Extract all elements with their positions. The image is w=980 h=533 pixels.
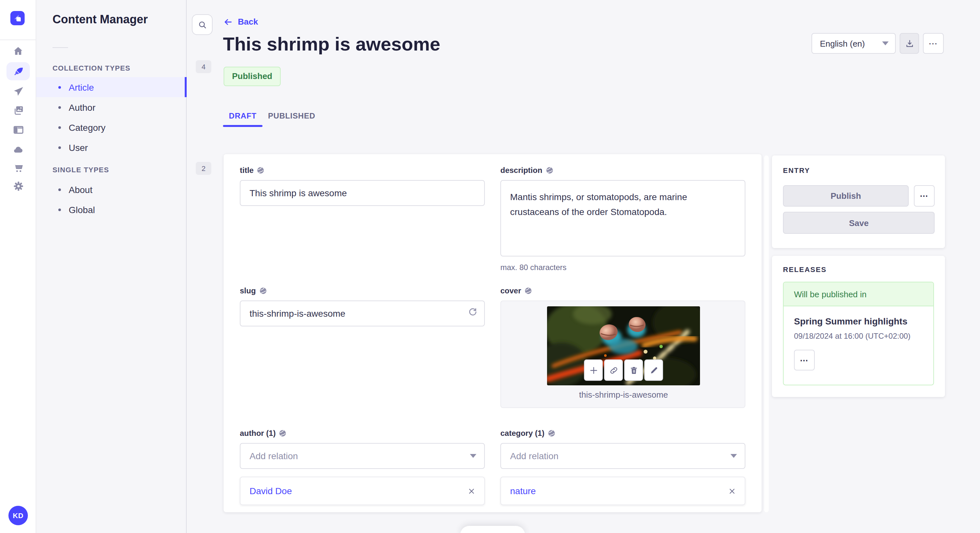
content-manager-feather-icon[interactable]: [6, 62, 30, 80]
entry-form-card: title description Mantis shrimps, or sto…: [224, 154, 762, 512]
cloud-icon[interactable]: [6, 141, 30, 159]
bottom-toolbar-pill[interactable]: [460, 526, 525, 533]
field-label-text: cover: [500, 286, 521, 295]
close-icon[interactable]: [729, 487, 736, 495]
scrollbar[interactable]: [764, 155, 769, 512]
header-more-button[interactable]: ⋯: [923, 33, 944, 54]
slug-field-wrap: [240, 300, 485, 327]
sidebar-item-author[interactable]: Author: [36, 97, 187, 117]
releases-panel-heading: RELEASES: [783, 265, 827, 273]
chevron-down-icon: [730, 454, 737, 458]
field-label-text: category (1): [500, 429, 544, 438]
save-button[interactable]: Save: [783, 212, 935, 234]
content-type-builder-icon[interactable]: [6, 121, 30, 139]
globe-icon: [548, 429, 555, 437]
avatar[interactable]: KD: [8, 506, 28, 525]
slug-input[interactable]: [240, 300, 485, 327]
bullet-icon: [58, 208, 61, 211]
status-badge: Published: [224, 67, 281, 86]
add-relation-placeholder: Add relation: [250, 451, 470, 461]
subnav-divider: [52, 47, 68, 48]
cover-field-label: cover: [500, 286, 532, 295]
bullet-icon: [58, 106, 61, 108]
settings-gear-icon[interactable]: [6, 177, 30, 195]
cover-caption: this-shrimp-is-awesome: [501, 390, 746, 400]
author-field-label: author (1): [240, 429, 287, 438]
category-field-label: category (1): [500, 429, 555, 438]
bullet-icon: [58, 188, 61, 191]
locale-value: English (en): [820, 38, 882, 48]
search-button[interactable]: [192, 14, 213, 35]
entry-more-button[interactable]: ⋯: [914, 185, 935, 206]
description-textarea[interactable]: Mantis shrimps, or stomatopods, are mari…: [500, 180, 745, 257]
relation-link[interactable]: nature: [510, 486, 729, 496]
publish-button[interactable]: Publish: [783, 185, 909, 206]
entry-panel-heading: ENTRY: [783, 167, 810, 174]
add-asset-button[interactable]: [584, 359, 603, 381]
delete-asset-button[interactable]: [624, 359, 643, 381]
author-relation-item: David Doe: [240, 477, 485, 505]
bullet-icon: [58, 146, 61, 149]
globe-icon: [279, 429, 287, 437]
sidebar-item-category[interactable]: Category: [36, 117, 187, 137]
tab-draft[interactable]: DRAFT: [223, 106, 262, 125]
globe-icon: [524, 287, 532, 295]
title-input[interactable]: [240, 180, 485, 206]
title-field-label: title: [240, 166, 265, 175]
locale-select[interactable]: English (en): [811, 33, 896, 54]
home-icon[interactable]: [6, 42, 30, 60]
relation-link[interactable]: David Doe: [250, 486, 468, 496]
cover-toolbar: [584, 359, 663, 381]
globe-icon: [259, 287, 267, 295]
icon-rail: KD: [0, 0, 36, 533]
export-button[interactable]: [900, 33, 919, 54]
marketplace-cart-icon[interactable]: [6, 159, 30, 177]
release-date: 09/18/2024 at 16:00 (UTC+02:00): [794, 332, 911, 341]
bullet-icon: [58, 126, 61, 128]
edit-asset-button[interactable]: [644, 359, 663, 381]
author-add-relation-combobox[interactable]: Add relation: [240, 443, 485, 469]
description-field-label: description: [500, 166, 553, 175]
back-label: Back: [238, 17, 258, 27]
rail-divider: [0, 40, 36, 40]
category-add-relation-combobox[interactable]: Add relation: [500, 443, 745, 469]
release-more-button[interactable]: ⋯: [794, 350, 815, 370]
regenerate-slug-icon[interactable]: [467, 306, 478, 317]
globe-icon: [546, 167, 553, 174]
sidebar-item-about[interactable]: About: [36, 179, 187, 200]
pencil-icon: [649, 366, 658, 374]
page-title: This shrimp is awesome: [223, 34, 440, 55]
sidebar-item-label: User: [69, 142, 88, 152]
download-icon: [905, 38, 914, 48]
strapi-logo[interactable]: [10, 11, 25, 25]
globe-icon: [257, 167, 265, 174]
release-title[interactable]: Spring Summer highlights: [794, 316, 907, 327]
collection-types-count: 4: [196, 60, 211, 73]
field-label-text: title: [240, 166, 254, 175]
chevron-down-icon: [882, 41, 889, 45]
field-label-text: slug: [240, 286, 256, 295]
sidebar-item-article[interactable]: Article: [36, 77, 187, 97]
tab-published[interactable]: PUBLISHED: [266, 106, 318, 125]
field-label-text: description: [500, 166, 542, 175]
back-arrow-icon: [224, 17, 233, 26]
release-status: Will be published in: [784, 282, 933, 306]
release-box: Will be published in Spring Summer highl…: [783, 282, 934, 385]
field-label-text: author (1): [240, 429, 276, 438]
plus-icon: [589, 366, 598, 374]
entry-panel: ENTRY Publish ⋯ Save: [772, 155, 945, 248]
sidebar-item-label: Category: [69, 122, 106, 132]
copy-link-button[interactable]: [604, 359, 623, 381]
subnav-title: Content Manager: [52, 13, 148, 27]
bullet-icon: [58, 86, 61, 89]
media-library-icon[interactable]: [6, 101, 30, 119]
tab-active-underline: [223, 125, 262, 127]
single-types-count: 2: [196, 162, 211, 175]
deploy-plane-icon[interactable]: [6, 82, 30, 100]
description-hint: max. 80 characters: [500, 263, 566, 272]
sidebar-item-user[interactable]: User: [36, 137, 187, 157]
add-relation-placeholder: Add relation: [510, 451, 730, 461]
sidebar-item-global[interactable]: Global: [36, 200, 187, 219]
close-icon[interactable]: [468, 487, 475, 495]
back-link[interactable]: Back: [224, 17, 258, 27]
